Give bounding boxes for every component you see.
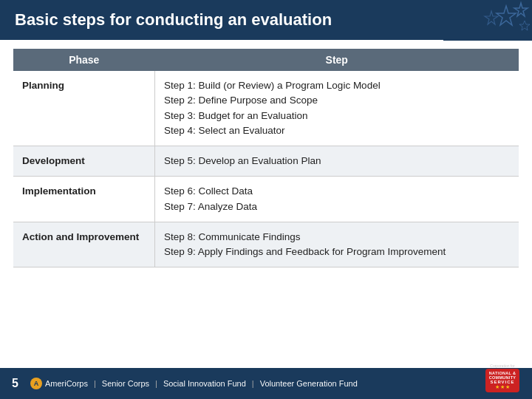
step-cell: Step 8: Communicate FindingsStep 9: Appl… bbox=[155, 222, 519, 267]
header: Basic steps for conducting an evaluation bbox=[0, 0, 532, 40]
social-innovation-label: Social Innovation Fund bbox=[163, 379, 246, 388]
table-container: Phase Step PlanningStep 1: Build (or Rev… bbox=[0, 40, 532, 276]
stars-decoration bbox=[443, 0, 532, 41]
table-row: DevelopmentStep 5: Develop an Evaluation… bbox=[13, 146, 519, 177]
page-number: 5 bbox=[12, 377, 18, 390]
slide: Basic steps for conducting an evaluation… bbox=[0, 0, 532, 399]
col-phase-header: Phase bbox=[13, 49, 155, 71]
volunteer-generation-label: Volunteer Generation Fund bbox=[260, 379, 358, 388]
senior-corps-label: Senior Corps bbox=[102, 379, 149, 388]
slide-title: Basic steps for conducting an evaluation bbox=[15, 10, 332, 30]
cncs-stars: ★★★ bbox=[495, 384, 511, 390]
phase-cell: Action and Improvement bbox=[13, 222, 155, 267]
cncs-logo: Corporation for NATIONAL & COMMUNITY SER… bbox=[480, 359, 525, 396]
footer: 5 A AmeriCorps | Senior Corps | Social I… bbox=[0, 368, 532, 399]
americorps-icon: A bbox=[30, 378, 42, 389]
divider-3: | bbox=[252, 379, 254, 388]
phase-cell: Development bbox=[13, 146, 155, 177]
footer-logos: A AmeriCorps | Senior Corps | Social Inn… bbox=[30, 378, 520, 389]
svg-rect-0 bbox=[443, 0, 532, 41]
phase-cell: Planning bbox=[13, 71, 155, 146]
americorps-logo: A AmeriCorps bbox=[30, 378, 88, 389]
cncs-inner: NATIONAL & COMMUNITY SERVICE ★★★ bbox=[485, 369, 520, 392]
phase-cell: Implementation bbox=[13, 177, 155, 222]
table-row: Action and ImprovementStep 8: Communicat… bbox=[13, 222, 519, 267]
step-cell: Step 6: Collect DataStep 7: Analyze Data bbox=[155, 177, 519, 222]
cncs-corp-text: Corporation for bbox=[490, 364, 514, 368]
americorps-label: AmeriCorps bbox=[45, 379, 88, 388]
steps-table: Phase Step PlanningStep 1: Build (or Rev… bbox=[13, 49, 519, 267]
divider-1: | bbox=[94, 379, 96, 388]
divider-2: | bbox=[155, 379, 157, 388]
table-row: PlanningStep 1: Build (or Review) a Prog… bbox=[13, 71, 519, 146]
step-cell: Step 1: Build (or Review) a Program Logi… bbox=[155, 71, 519, 146]
col-step-header: Step bbox=[155, 49, 519, 71]
step-cell: Step 5: Develop an Evaluation Plan bbox=[155, 146, 519, 177]
table-row: ImplementationStep 6: Collect DataStep 7… bbox=[13, 177, 519, 222]
